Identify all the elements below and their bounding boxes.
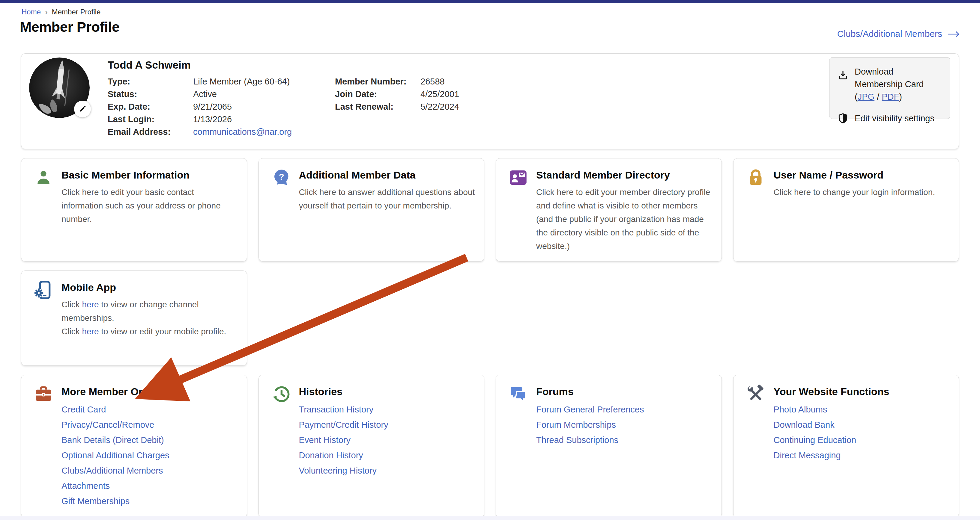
card-additional-member-data[interactable]: ? Additional Member Data Click here to a…	[258, 158, 485, 262]
card-histories: Histories Transaction HistoryPayment/Cre…	[258, 375, 485, 518]
forums-icon	[509, 385, 528, 404]
card-title: Your Website Functions	[774, 384, 950, 398]
field-label: Type:	[108, 77, 193, 87]
card-title: Basic Member Information	[62, 167, 238, 181]
field-label: Last Renewal:	[335, 102, 420, 112]
field-value: Life Member (Age 60-64)	[193, 77, 290, 87]
card-title: Forums	[536, 384, 713, 398]
breadcrumb-chevron-icon: ›	[45, 8, 48, 16]
field-label: Member Number:	[335, 77, 420, 87]
card-link-list: Credit CardPrivacy/Cancel/RemoveBank Det…	[62, 402, 238, 509]
download-jpg-link[interactable]: JPG	[858, 92, 875, 101]
download-pdf-link[interactable]: PDF	[881, 92, 899, 101]
card-link-direct-messaging[interactable]: Direct Messaging	[774, 448, 950, 463]
card-standard-member-directory[interactable]: Standard Member Directory Click here to …	[496, 158, 722, 262]
profile-field-row: Last Renewal:5/22/2024	[335, 100, 545, 113]
card-mobile-app: Mobile App Click here to view or change …	[21, 271, 247, 366]
here-link[interactable]: here	[82, 327, 99, 336]
breadcrumb-current: Member Profile	[52, 8, 101, 16]
pencil-icon	[78, 105, 87, 113]
card-more-member-options: More Member Options Credit CardPrivacy/C…	[21, 375, 247, 518]
card-description: Click here to view or change channel mem…	[62, 298, 238, 338]
card-title: Histories	[299, 384, 475, 398]
card-title: More Member Options	[62, 384, 238, 398]
profile-field-row: Join Date:4/25/2001	[335, 88, 545, 100]
here-link[interactable]: here	[82, 300, 99, 309]
toolbox-icon	[34, 385, 53, 404]
membership-details: Member Number:26588Join Date:4/25/2001La…	[335, 75, 545, 113]
card-link-list: Forum General PreferencesForum Membershi…	[536, 402, 713, 448]
card-link-payment-credit-history[interactable]: Payment/Credit History	[299, 417, 475, 433]
field-value: 5/22/2024	[420, 102, 459, 112]
card-link-list: Photo AlbumsDownload BankContinuing Educ…	[774, 402, 950, 463]
directory-card-icon	[509, 168, 528, 187]
card-your-website-functions: Your Website Functions Photo AlbumsDownl…	[733, 375, 959, 518]
profile-field-row: Status:Active	[108, 88, 329, 100]
top-accent-bar	[0, 0, 980, 3]
card-link-optional-additional-charges[interactable]: Optional Additional Charges	[62, 448, 238, 463]
card-description: Click here to change your login informat…	[774, 185, 950, 199]
card-link-clubs-additional-members[interactable]: Clubs/Additional Members	[62, 463, 238, 478]
card-title: Standard Member Directory	[536, 167, 713, 181]
card-link-attachments[interactable]: Attachments	[62, 478, 238, 494]
card-link-thread-subscriptions[interactable]: Thread Subscriptions	[536, 433, 713, 448]
svg-text:?: ?	[278, 172, 284, 182]
phone-gear-icon	[34, 281, 53, 300]
card-title: User Name / Password	[774, 167, 950, 181]
profile-field-row: Email Address:communications@nar.org	[108, 125, 329, 138]
card-basic-member-information[interactable]: Basic Member Information Click here to e…	[21, 158, 247, 262]
person-icon	[34, 168, 53, 187]
field-value: 4/25/2001	[420, 89, 459, 99]
breadcrumb: Home › Member Profile	[22, 8, 100, 16]
bottom-footer-strip	[0, 516, 980, 520]
member-name: Todd A Schweim	[108, 59, 191, 71]
download-suffix: )	[899, 92, 902, 101]
card-title: Additional Member Data	[299, 167, 475, 181]
field-label: Status:	[108, 89, 193, 99]
card-link-credit-card[interactable]: Credit Card	[62, 402, 238, 417]
field-label: Last Login:	[108, 114, 193, 124]
field-value: 9/21/2065	[193, 102, 232, 112]
head-question-icon: ?	[271, 168, 291, 187]
history-icon	[271, 385, 291, 404]
card-user-name-password[interactable]: User Name / Password Click here to chang…	[733, 158, 959, 262]
card-link-gift-memberships[interactable]: Gift Memberships	[62, 494, 238, 509]
card-link-photo-albums[interactable]: Photo Albums	[774, 402, 950, 417]
card-link-volunteering-history[interactable]: Volunteering History	[299, 463, 475, 478]
download-membership-card-row: Download Membership Card (JPG / PDF)	[837, 65, 942, 103]
profile-field-row: Type:Life Member (Age 60-64)	[108, 75, 329, 88]
profile-details: Type:Life Member (Age 60-64)Status:Activ…	[108, 75, 329, 138]
text: to view or edit your mobile profile.	[99, 327, 226, 336]
page-title: Member Profile	[20, 19, 120, 35]
card-link-forum-memberships[interactable]: Forum Memberships	[536, 417, 713, 433]
email-link[interactable]: communications@nar.org	[193, 127, 292, 137]
card-link-forum-general-preferences[interactable]: Forum General Preferences	[536, 402, 713, 417]
clubs-additional-members-link[interactable]: Clubs/Additional Members	[837, 29, 960, 39]
card-forums: Forums Forum General PreferencesForum Me…	[496, 375, 722, 518]
breadcrumb-home-link[interactable]: Home	[22, 8, 41, 16]
card-link-privacy-cancel-remove[interactable]: Privacy/Cancel/Remove	[62, 417, 238, 433]
card-link-continuing-education[interactable]: Continuing Education	[774, 433, 950, 448]
edit-visibility-row[interactable]: Edit visibility settings	[837, 112, 942, 125]
card-link-donation-history[interactable]: Donation History	[299, 448, 475, 463]
download-membership-card-text: Download Membership Card (JPG / PDF)	[855, 65, 942, 103]
text: Click	[62, 327, 82, 336]
download-icon	[837, 70, 849, 81]
card-description: Click here to edit your member directory…	[536, 185, 713, 253]
avatar	[29, 57, 90, 118]
arrow-right-icon	[947, 30, 960, 38]
card-link-event-history[interactable]: Event History	[299, 433, 475, 448]
card-title: Mobile App	[62, 279, 238, 293]
text: Click	[62, 300, 82, 309]
card-description: Click here to edit your basic contact in…	[62, 185, 238, 226]
edit-avatar-button[interactable]	[74, 101, 91, 117]
card-description: Click here to answer additional question…	[299, 185, 475, 212]
profile-field-row: Member Number:26588	[335, 75, 545, 88]
field-label: Exp. Date:	[108, 102, 193, 112]
field-value: Active	[193, 89, 217, 99]
card-link-bank-details-direct-debit[interactable]: Bank Details (Direct Debit)	[62, 433, 238, 448]
profile-actions-box: Download Membership Card (JPG / PDF) Edi…	[829, 57, 950, 119]
tools-icon	[746, 385, 765, 404]
card-link-transaction-history[interactable]: Transaction History	[299, 402, 475, 417]
card-link-download-bank[interactable]: Download Bank	[774, 417, 950, 433]
